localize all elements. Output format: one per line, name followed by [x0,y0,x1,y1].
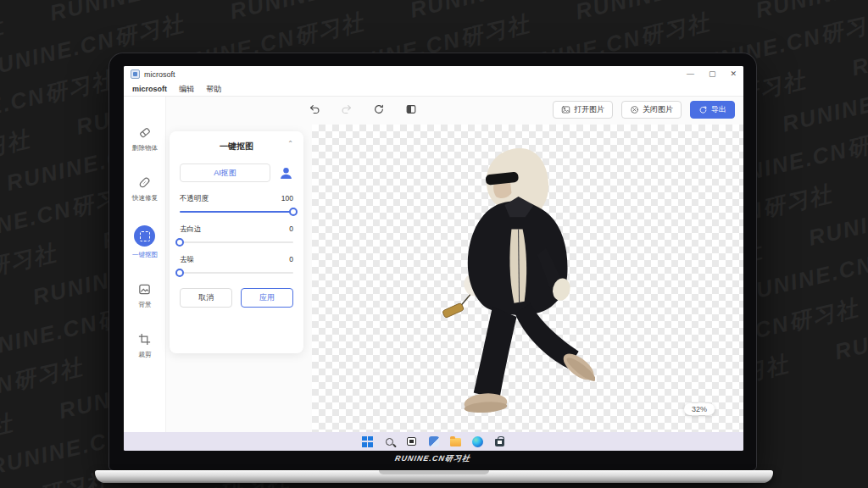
slider-value: 100 [281,194,293,204]
remove-white-edge-slider-group: 去白边 0 [180,225,293,243]
apply-button[interactable]: 应用 [241,288,293,308]
image-canvas[interactable]: 32% [312,125,743,432]
tool-sidebar: 删除物体 快速修复 一键抠图 背景 [124,97,166,432]
reset-button[interactable] [373,103,385,115]
laptop-base [95,470,773,483]
menu-microsoft[interactable]: microsoft [132,85,167,93]
cutout-model-image [436,145,595,424]
sidebar-item-background[interactable]: 背景 [137,282,152,309]
opacity-slider-group: 不透明度 100 [180,194,293,213]
compare-button[interactable] [405,103,417,115]
picture-icon [561,105,570,114]
slider-label: 去白边 [180,225,202,235]
slider-value: 0 [289,225,293,235]
menu-bar: microsoft 编辑 帮助 [124,82,743,97]
open-image-button[interactable]: 打开图片 [553,101,613,119]
close-button[interactable]: ✕ [730,70,737,78]
collapse-chevron-icon[interactable]: ⌃ [287,140,293,147]
file-explorer-icon[interactable] [449,435,462,448]
windows-start-icon[interactable] [361,435,374,448]
slider-value: 0 [289,255,293,265]
task-view-icon[interactable] [405,435,418,448]
window-title: microsoft [144,70,175,79]
denoise-slider[interactable] [180,272,293,274]
portrait-icon[interactable] [279,166,293,180]
workspace: 打开图片 关闭图片 导出 [166,97,743,432]
sidebar-item-remove-object[interactable]: 删除物体 [131,125,159,152]
export-button[interactable]: 导出 [690,101,735,119]
redo-button[interactable] [341,103,353,115]
windows-taskbar [124,432,743,451]
maximize-button[interactable]: ▢ [709,70,716,78]
ai-cutout-button[interactable]: AI抠图 [180,164,270,182]
file-buttons: 打开图片 关闭图片 导出 [553,101,735,119]
export-label: 导出 [711,104,726,115]
history-toolbar [309,103,417,115]
eraser-icon [137,125,152,140]
cancel-button[interactable]: 取消 [180,288,232,308]
sidebar-item-crop[interactable]: 裁剪 [137,332,152,359]
undo-button[interactable] [309,103,320,115]
app-window: microsoft — ▢ ✕ microsoft 编辑 帮助 删除物体 [124,66,743,451]
crop-icon [137,332,152,347]
microsoft-store-icon[interactable] [493,435,506,448]
sidebar-item-one-click-cutout[interactable]: 一键抠图 [131,225,159,259]
slider-label: 不透明度 [180,194,209,204]
slider-thumb[interactable] [175,238,184,247]
laptop-brand-logo: RUNINE.CN研习社 [108,453,757,464]
edge-browser-icon[interactable] [471,435,484,448]
slider-thumb[interactable] [175,269,184,277]
widgets-icon[interactable] [427,435,440,448]
cutout-icon [134,225,155,247]
remove-white-edge-slider[interactable] [180,241,293,243]
close-image-label: 关闭图片 [643,104,673,115]
panel-title: 一键抠图 [220,141,253,151]
zoom-level-badge: 32% [684,403,715,415]
menu-edit[interactable]: 编辑 [179,84,194,95]
sidebar-label: 删除物体 [131,143,157,152]
app-logo-icon [131,69,140,79]
export-icon [698,105,708,114]
sidebar-label: 裁剪 [138,350,151,358]
menu-help[interactable]: 帮助 [206,84,221,95]
sidebar-item-quick-repair[interactable]: 快速修复 [131,175,159,202]
search-icon[interactable] [383,435,396,448]
close-image-button[interactable]: 关闭图片 [621,101,682,119]
bandaid-icon [137,175,152,190]
sidebar-label: 快速修复 [131,193,157,202]
sidebar-label: 一键抠图 [131,250,157,258]
minimize-button[interactable]: — [687,70,694,78]
background-image-icon [137,282,152,297]
cutout-panel: 一键抠图 ⌃ AI抠图 不透明度 100 [170,131,303,353]
slider-label: 去噪 [180,255,194,265]
sidebar-label: 背景 [138,300,151,308]
opacity-slider[interactable] [180,211,293,213]
open-image-label: 打开图片 [574,104,604,115]
denoise-slider-group: 去噪 0 [180,255,293,274]
slider-thumb[interactable] [289,208,298,216]
laptop-bezel: microsoft — ▢ ✕ microsoft 编辑 帮助 删除物体 [109,53,756,470]
window-titlebar: microsoft — ▢ ✕ [124,66,743,82]
circle-x-icon [630,105,639,114]
